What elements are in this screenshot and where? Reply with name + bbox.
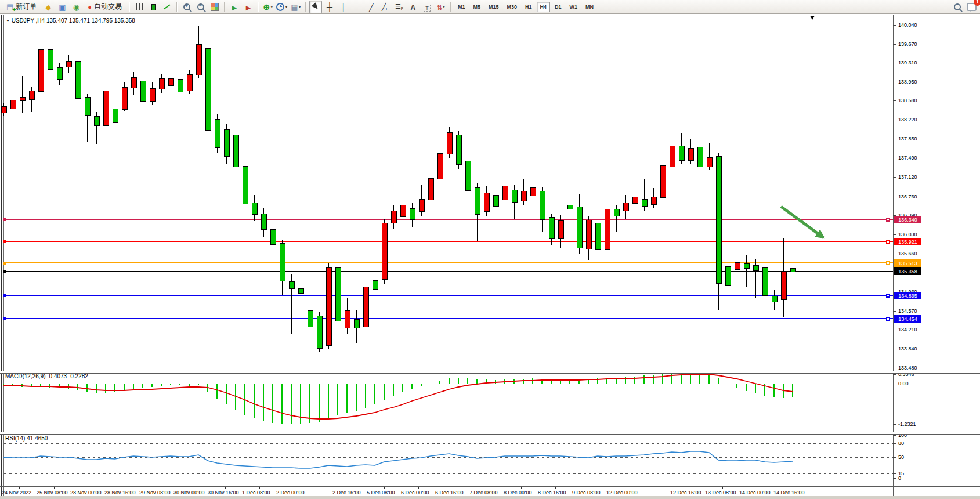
price-axis-tick bbox=[893, 349, 896, 349]
candle-body bbox=[354, 319, 360, 328]
macd-histogram-bar bbox=[727, 384, 728, 384]
macd-histogram-bar bbox=[49, 384, 50, 388]
macd-axis-tick bbox=[893, 424, 896, 425]
candle-body bbox=[270, 229, 276, 245]
macd-histogram-bar bbox=[513, 379, 515, 384]
macd-histogram-bar bbox=[226, 384, 227, 404]
price-axis-label: 138.580 bbox=[898, 97, 917, 103]
macd-histogram-bar bbox=[291, 384, 292, 424]
time-axis-tick bbox=[122, 487, 122, 489]
time-axis-label: 8 Dec 16:00 bbox=[538, 490, 566, 496]
horizontal-level-line[interactable] bbox=[4, 241, 893, 242]
macd-histogram-bar bbox=[179, 384, 180, 385]
rsi-axis-tick bbox=[893, 443, 896, 444]
macd-histogram-bar bbox=[77, 384, 78, 390]
price-axis-tick bbox=[893, 254, 896, 254]
macd-histogram-bar bbox=[671, 373, 672, 384]
line-left-handle[interactable] bbox=[3, 317, 6, 320]
candle-body bbox=[131, 77, 137, 88]
line-right-handle[interactable] bbox=[886, 261, 890, 265]
line-left-handle[interactable] bbox=[3, 262, 6, 265]
macd-histogram-bar bbox=[235, 384, 236, 410]
macd-histogram-bar bbox=[281, 384, 283, 424]
candle-body bbox=[252, 203, 258, 215]
macd-histogram-bar bbox=[244, 384, 245, 415]
candle-body bbox=[196, 44, 202, 75]
candle-body bbox=[697, 147, 703, 167]
macd-histogram-bar bbox=[59, 384, 60, 388]
candle-body bbox=[103, 91, 109, 126]
time-axis-tick bbox=[624, 487, 624, 489]
macd-histogram-bar bbox=[356, 384, 357, 411]
macd-histogram-bar bbox=[96, 384, 97, 393]
time-axis-label: 1 Dec 08:00 bbox=[242, 490, 270, 496]
candle-body bbox=[679, 146, 685, 161]
candle-body bbox=[428, 178, 434, 200]
macd-histogram-bar bbox=[207, 384, 208, 392]
time-axis-label: 2 Dec 16:00 bbox=[332, 490, 361, 496]
time-axis-tick bbox=[225, 487, 226, 489]
macd-axis-tick bbox=[893, 374, 896, 375]
candle-body bbox=[140, 81, 146, 102]
macd-histogram-bar bbox=[3, 384, 4, 385]
rsi-value: 41.4650 bbox=[27, 435, 48, 442]
line-left-handle[interactable] bbox=[3, 270, 6, 273]
candle-body bbox=[530, 187, 536, 196]
line-left-handle[interactable] bbox=[3, 218, 6, 221]
candle-body bbox=[790, 268, 796, 272]
line-right-handle[interactable] bbox=[886, 240, 890, 244]
candle-body bbox=[586, 220, 592, 250]
time-axis-tick bbox=[19, 487, 20, 489]
line-right-handle[interactable] bbox=[886, 218, 890, 222]
macd-histogram-bar bbox=[68, 384, 69, 389]
candle-body bbox=[243, 166, 248, 204]
candle-body bbox=[437, 153, 443, 179]
candle-body bbox=[707, 157, 713, 167]
price-axis-tick bbox=[893, 234, 896, 235]
horizontal-level-line[interactable] bbox=[4, 295, 893, 296]
candle-body bbox=[493, 195, 499, 207]
macd-histogram-bar bbox=[421, 384, 422, 386]
horizontal-level-line[interactable] bbox=[4, 219, 893, 220]
candle-body bbox=[642, 199, 648, 207]
horizontal-level-line[interactable] bbox=[4, 262, 893, 263]
annotation-arrow[interactable] bbox=[781, 207, 824, 238]
candle-body bbox=[298, 288, 304, 294]
rsi-panel-separator[interactable] bbox=[0, 432, 980, 435]
price-axis-tick bbox=[893, 139, 896, 139]
macd-panel-separator[interactable] bbox=[0, 371, 980, 374]
macd-histogram-bar bbox=[309, 384, 310, 423]
candle-wick bbox=[737, 243, 737, 275]
candle-body bbox=[233, 135, 239, 167]
candle-body bbox=[178, 79, 183, 92]
time-axis-label: 12 Dec 16:00 bbox=[670, 490, 701, 496]
macd-histogram-bar bbox=[755, 384, 756, 393]
time-axis-label: 8 Dec 00:00 bbox=[504, 490, 532, 496]
candle-body bbox=[502, 186, 508, 200]
time-axis-tick bbox=[688, 487, 688, 489]
candle-body bbox=[289, 281, 295, 289]
macd-histogram-bar bbox=[708, 375, 710, 384]
macd-histogram-bar bbox=[597, 378, 598, 384]
time-axis-label: 14 Dec 00:00 bbox=[739, 490, 771, 496]
candle-body bbox=[651, 197, 657, 205]
candle-body bbox=[113, 109, 118, 123]
rsi-axis-tick bbox=[893, 478, 896, 479]
line-left-handle[interactable] bbox=[3, 240, 6, 243]
macd-histogram-bar bbox=[495, 380, 496, 384]
line-right-handle[interactable] bbox=[886, 294, 890, 298]
line-right-handle[interactable] bbox=[886, 317, 890, 321]
candle-body bbox=[540, 191, 545, 220]
current-price-line[interactable] bbox=[4, 271, 893, 272]
time-axis-tick bbox=[418, 487, 419, 489]
line-left-handle[interactable] bbox=[3, 294, 6, 297]
macd-histogram-bar bbox=[189, 384, 190, 386]
rsi-level-line bbox=[4, 457, 893, 458]
time-axis-label: 9 Dec 08:00 bbox=[572, 490, 601, 496]
macd-histogram-bar bbox=[198, 384, 199, 385]
macd-value: -0.4073 bbox=[47, 373, 67, 379]
candle-body bbox=[410, 208, 415, 220]
price-axis-label: 137.850 bbox=[898, 136, 917, 142]
horizontal-level-line[interactable] bbox=[4, 318, 893, 319]
price-axis-tick bbox=[893, 82, 896, 82]
